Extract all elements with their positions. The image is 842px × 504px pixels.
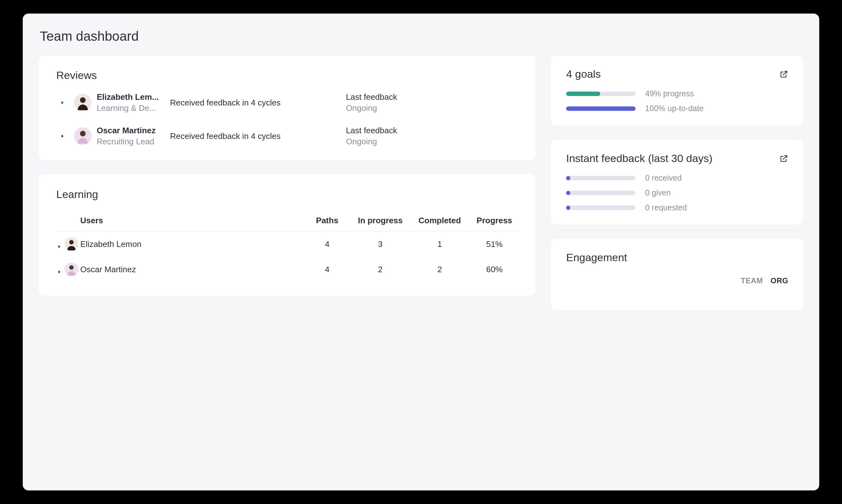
chevron-right-icon[interactable] <box>60 100 65 105</box>
progress-bar-fill <box>566 176 570 180</box>
progress-bar <box>566 92 636 96</box>
progress-bar <box>566 176 636 180</box>
review-feedback: Received feedback in 4 cycles <box>170 131 342 141</box>
metric-row: 100% up-to-date <box>566 104 788 113</box>
chevron-right-icon[interactable] <box>57 241 62 247</box>
learning-paths: 4 <box>305 239 349 249</box>
metric-label: 0 received <box>645 173 682 182</box>
person-role: Recruiting Lead <box>97 137 166 146</box>
avatar <box>74 127 92 145</box>
th-completed: Completed <box>411 216 468 226</box>
goals-metrics: 49% progress 100% up-to-date <box>566 89 788 113</box>
reviews-list: Elizabeth Lem... Learning & De... Receiv… <box>56 92 518 146</box>
learning-completed: 2 <box>411 265 468 274</box>
progress-bar-fill <box>566 205 570 210</box>
review-person: Elizabeth Lem... Learning & De... <box>97 92 166 113</box>
metric-label: 49% progress <box>645 89 694 98</box>
review-person: Oscar Martinez Recruiting Lead <box>97 126 166 146</box>
metric-row: 0 received <box>566 173 788 182</box>
instant-feedback-metrics: 0 received 0 given 0 requested <box>566 173 788 212</box>
reviews-card: Reviews Elizabeth Lem... Learning & De..… <box>38 55 536 160</box>
learning-in-progress: 3 <box>352 239 409 249</box>
metric-label: 100% up-to-date <box>645 104 704 113</box>
main-layout: Reviews Elizabeth Lem... Learning & De..… <box>38 55 804 490</box>
metric-row: 49% progress <box>566 89 788 98</box>
learning-user-name: Elizabeth Lemon <box>80 239 303 249</box>
page-title: Team dashboard <box>40 29 804 44</box>
last-feedback-value: Ongoing <box>346 137 518 146</box>
person-name: Oscar Martinez <box>97 126 166 136</box>
metric-label: 0 given <box>645 188 671 197</box>
card-head: Instant feedback (last 30 days) <box>566 152 788 164</box>
col-right: 4 goals 49% progress <box>551 55 804 490</box>
svg-point-5 <box>69 240 74 245</box>
chevron-right-icon[interactable] <box>57 267 62 272</box>
th-users: Users <box>80 216 303 226</box>
engagement-title: Engagement <box>566 251 788 264</box>
th-paths: Paths <box>305 216 349 226</box>
metric-label: 0 requested <box>645 203 687 212</box>
review-feedback: Received feedback in 4 cycles <box>170 98 342 108</box>
instant-feedback-title: Instant feedback (last 30 days) <box>566 152 712 164</box>
progress-bar-fill <box>566 191 570 195</box>
avatar <box>65 263 79 276</box>
progress-bar-fill <box>566 92 600 96</box>
feedback-text: Received feedback in 4 cycles <box>170 98 342 108</box>
reviews-title: Reviews <box>56 69 518 82</box>
progress-bar <box>566 191 636 195</box>
engagement-tabs: TEAM ORG <box>566 276 788 285</box>
last-feedback-value: Ongoing <box>346 103 518 113</box>
person-role: Learning & De... <box>97 103 166 113</box>
learning-table: Users Paths In progress Completed Progre… <box>56 210 518 282</box>
th-in-progress: In progress <box>352 216 409 226</box>
tab-team[interactable]: TEAM <box>741 276 763 285</box>
metric-row: 0 requested <box>566 203 788 212</box>
avatar <box>65 237 79 251</box>
external-link-icon[interactable] <box>779 154 788 163</box>
svg-point-1 <box>80 97 86 103</box>
learning-table-head: Users Paths In progress Completed Progre… <box>56 210 518 232</box>
last-feedback-label: Last feedback <box>346 92 518 102</box>
progress-bar <box>566 205 636 210</box>
instant-feedback-card: Instant feedback (last 30 days) 0 receiv… <box>551 140 804 225</box>
learning-progress: 51% <box>470 239 518 249</box>
learning-progress: 60% <box>470 265 518 274</box>
learning-completed: 1 <box>411 239 468 249</box>
last-feedback-label: Last feedback <box>346 126 518 136</box>
goals-title: 4 goals <box>566 68 601 80</box>
card-head: 4 goals <box>566 68 788 80</box>
avatar <box>74 94 92 111</box>
metric-row: 0 given <box>566 188 788 197</box>
learning-row[interactable]: Oscar Martinez 4 2 2 60% <box>56 257 518 282</box>
learning-row[interactable]: Elizabeth Lemon 4 3 1 51% <box>56 232 518 257</box>
external-link-icon[interactable] <box>779 70 788 79</box>
col-left: Reviews Elizabeth Lem... Learning & De..… <box>38 55 536 490</box>
engagement-card: Engagement TEAM ORG <box>551 239 804 310</box>
th-progress: Progress <box>470 216 518 226</box>
goals-card: 4 goals 49% progress <box>551 55 804 126</box>
learning-title: Learning <box>56 188 518 200</box>
learning-paths: 4 <box>305 265 349 274</box>
chevron-right-icon[interactable] <box>60 133 65 139</box>
review-last: Last feedback Ongoing <box>346 126 518 146</box>
progress-bar <box>566 106 636 111</box>
learning-user-name: Oscar Martinez <box>80 265 303 274</box>
learning-card: Learning Users Paths In progress Complet… <box>38 174 536 296</box>
app-frame: Team dashboard Reviews Elizabeth <box>23 14 819 490</box>
svg-point-3 <box>80 131 86 137</box>
review-last: Last feedback Ongoing <box>346 92 518 113</box>
svg-point-7 <box>69 265 74 270</box>
tab-org[interactable]: ORG <box>771 276 788 285</box>
progress-bar-fill <box>566 106 636 111</box>
review-row[interactable]: Oscar Martinez Recruiting Lead Received … <box>56 126 518 146</box>
person-name: Elizabeth Lem... <box>97 92 166 102</box>
learning-in-progress: 2 <box>352 265 409 274</box>
feedback-text: Received feedback in 4 cycles <box>170 131 342 141</box>
review-row[interactable]: Elizabeth Lem... Learning & De... Receiv… <box>56 92 518 113</box>
